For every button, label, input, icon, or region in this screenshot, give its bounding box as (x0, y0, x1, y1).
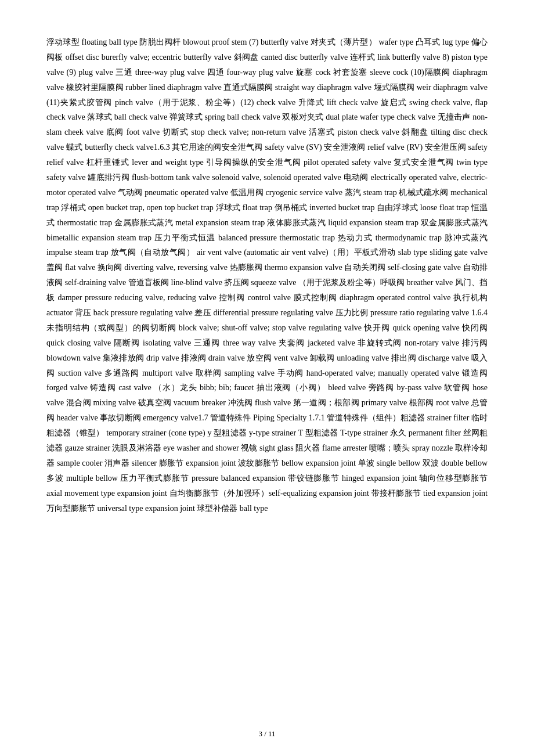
page-number: 3 / 11 (258, 729, 275, 739)
page-container: 浮动球型 floating ball type 防脱出阀杆 blowout pr… (0, 0, 534, 756)
main-content: 浮动球型 floating ball type 防脱出阀杆 blowout pr… (46, 35, 488, 516)
